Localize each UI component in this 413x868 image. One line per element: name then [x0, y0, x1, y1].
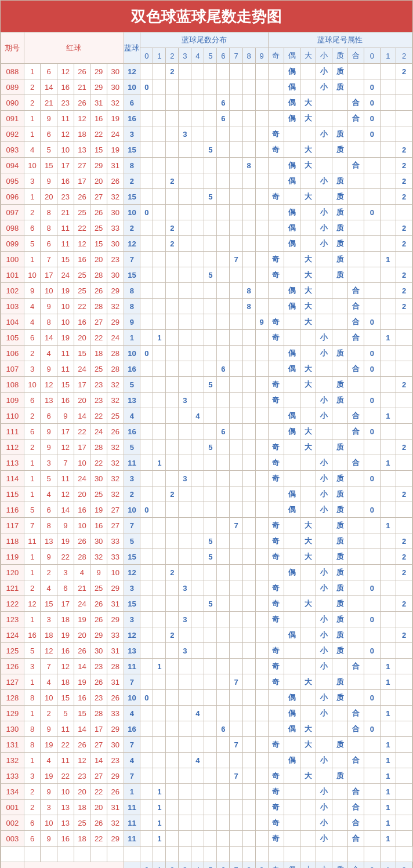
- cell-dist-empty: [140, 643, 153, 659]
- cell-attr-empty: [396, 393, 412, 408]
- cell-dist-empty: [179, 346, 191, 361]
- cell-attr: 0: [364, 721, 380, 737]
- cell-attr-empty: [380, 142, 396, 158]
- cell-dist-empty: [140, 267, 153, 283]
- cell-red: 6: [41, 236, 57, 252]
- footer-dist-col: 4: [191, 862, 204, 869]
- cell-attr-empty: [284, 768, 300, 784]
- cell-red: 10: [41, 815, 57, 831]
- cell-attr: 1: [380, 659, 396, 674]
- cell-red: 11: [57, 236, 74, 252]
- cell-dist-empty: [204, 173, 217, 189]
- table-row: 1073911242528166偶大合0: [1, 361, 412, 377]
- cell-red: 24: [107, 330, 124, 346]
- cell-attr: 偶: [284, 158, 300, 173]
- cell-attr-empty: [316, 518, 332, 533]
- cell-dist-empty: [230, 580, 242, 596]
- cell-dist: 6: [217, 95, 230, 111]
- cell-dist-empty: [153, 502, 166, 518]
- cell-period: 103: [1, 299, 24, 314]
- cell-attr-empty: [268, 721, 284, 737]
- cell-attr: 大: [300, 95, 316, 111]
- cell-red: 7: [57, 455, 74, 471]
- cell-attr-empty: [364, 455, 380, 471]
- cell-dist-empty: [140, 189, 153, 205]
- cell-red: 8: [41, 314, 57, 330]
- table-row: 11026914222544偶小合1: [1, 408, 412, 424]
- cell-attr-empty: [348, 471, 364, 486]
- cell-dist-empty: [153, 299, 166, 314]
- cell-dist-empty: [204, 784, 217, 800]
- cell-red: 29: [90, 158, 107, 173]
- cell-dist-empty: [191, 565, 204, 580]
- cell-attr-empty: [380, 111, 396, 126]
- cell-attr-empty: [364, 533, 380, 549]
- cell-blue: 1: [124, 784, 140, 800]
- cell-red: 29: [107, 612, 124, 627]
- cell-red: 25: [90, 361, 107, 377]
- cell-attr-empty: [380, 283, 396, 299]
- cell-attr-empty: [316, 377, 332, 393]
- cell-dist-empty: [242, 220, 255, 236]
- cell-red: 32: [107, 377, 124, 393]
- cell-attr: 2: [396, 377, 412, 393]
- cell-attr-empty: [300, 126, 316, 142]
- cell-blue: 15: [124, 142, 140, 158]
- cell-dist-empty: [255, 674, 268, 690]
- cell-attr-empty: [396, 205, 412, 220]
- cell-dist-empty: [179, 64, 191, 79]
- cell-red: 5: [24, 502, 41, 518]
- cell-attr-empty: [284, 189, 300, 205]
- cell-red: 10: [57, 314, 74, 330]
- cell-attr: 奇: [268, 800, 284, 815]
- cell-attr-empty: [348, 393, 364, 408]
- cell-attr-empty: [268, 408, 284, 424]
- cell-attr: 质: [332, 346, 348, 361]
- cell-dist: 4: [191, 408, 204, 424]
- cell-dist: 1: [153, 815, 166, 831]
- cell-attr-empty: [396, 580, 412, 596]
- cell-red: 16: [74, 252, 90, 267]
- cell-period: 116: [1, 502, 24, 518]
- cell-dist-empty: [153, 706, 166, 721]
- cell-attr-empty: [380, 220, 396, 236]
- cell-dist-empty: [191, 126, 204, 142]
- cell-period: 128: [1, 690, 24, 706]
- cell-attr-empty: [284, 533, 300, 549]
- cell-dist-empty: [204, 721, 217, 737]
- footer-dist-col: 0: [140, 862, 153, 869]
- cell-blue: 7: [124, 674, 140, 690]
- cell-attr-empty: [396, 424, 412, 440]
- cell-dist-empty: [140, 565, 153, 580]
- cell-attr-empty: [348, 220, 364, 236]
- cell-attr: 奇: [268, 393, 284, 408]
- cell-attr: 1: [380, 815, 396, 831]
- table-row: 0902212326313266偶大合0: [1, 95, 412, 111]
- cell-dist-empty: [230, 408, 242, 424]
- cell-dist-empty: [166, 440, 179, 455]
- cell-attr-empty: [284, 471, 300, 486]
- cell-attr-empty: [380, 596, 396, 612]
- footer-dist-col: 2: [166, 862, 179, 869]
- cell-red: 13: [57, 800, 74, 815]
- header-dist-col: 8: [242, 48, 255, 64]
- cell-attr: 小: [316, 79, 332, 95]
- cell-attr: 小: [316, 690, 332, 706]
- cell-dist-empty: [217, 64, 230, 79]
- cell-dist-empty: [191, 674, 204, 690]
- cell-dist-empty: [217, 471, 230, 486]
- cell-period: 111: [1, 424, 24, 440]
- header-dist: 蓝球尾数分布: [140, 32, 268, 48]
- cell-attr: 1: [380, 831, 396, 847]
- cell-attr: 0: [364, 79, 380, 95]
- cell-attr-empty: [364, 627, 380, 643]
- cell-attr: 0: [364, 95, 380, 111]
- cell-dist-empty: [230, 189, 242, 205]
- cell-dist-empty: [255, 455, 268, 471]
- cell-red: 16: [74, 502, 90, 518]
- cell-dist-empty: [242, 831, 255, 847]
- table-row: 1308911141729166偶大合0: [1, 721, 412, 737]
- cell-dist-empty: [179, 737, 191, 753]
- cell-attr: 合: [348, 330, 364, 346]
- cell-attr-empty: [316, 674, 332, 690]
